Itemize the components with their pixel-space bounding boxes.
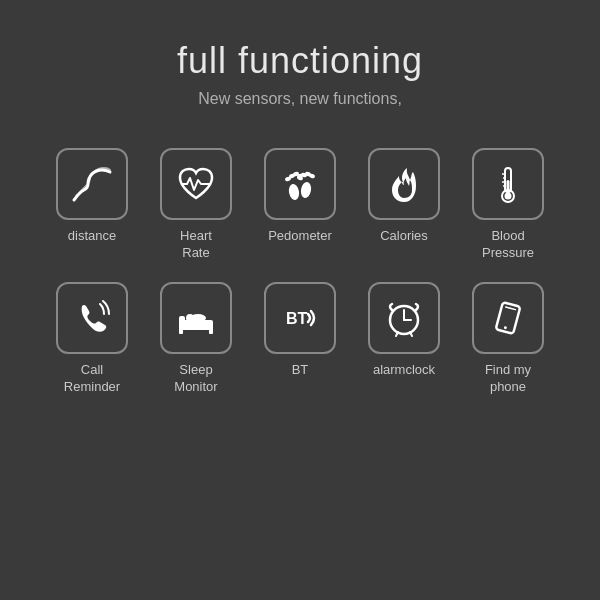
- find-my-phone-label: Find myphone: [485, 362, 531, 396]
- feature-distance: distance: [47, 148, 137, 245]
- features-row-2: CallReminder SleepMonitor: [40, 282, 560, 396]
- feature-blood-pressure: BloodPressure: [463, 148, 553, 262]
- distance-icon-box: [56, 148, 128, 220]
- blood-pressure-label: BloodPressure: [482, 228, 534, 262]
- blood-pressure-icon: [486, 162, 530, 206]
- distance-icon: [70, 162, 114, 206]
- pedometer-icon-box: [264, 148, 336, 220]
- blood-pressure-icon-box: [472, 148, 544, 220]
- svg-point-0: [288, 183, 301, 200]
- feature-sleep-monitor: SleepMonitor: [151, 282, 241, 396]
- svg-line-32: [506, 307, 516, 310]
- sleep-monitor-icon-box: [160, 282, 232, 354]
- calories-icon-box: [368, 148, 440, 220]
- alarmclock-label: alarmclock: [373, 362, 435, 379]
- feature-find-my-phone: Find myphone: [463, 282, 553, 396]
- svg-text:BT: BT: [286, 310, 308, 327]
- alarmclock-icon: [382, 296, 426, 340]
- feature-pedometer: Pedometer: [255, 148, 345, 245]
- svg-rect-12: [507, 180, 510, 194]
- heart-rate-icon: [174, 162, 218, 206]
- call-reminder-icon-box: [56, 282, 128, 354]
- find-my-phone-icon: [486, 296, 530, 340]
- bt-icon-box: BT: [264, 282, 336, 354]
- heart-rate-label: HeartRate: [180, 228, 212, 262]
- header: full functioning New sensors, new functi…: [177, 40, 423, 108]
- svg-rect-21: [179, 316, 185, 328]
- bt-icon: BT: [278, 296, 322, 340]
- svg-point-23: [186, 314, 194, 322]
- alarmclock-icon-box: [368, 282, 440, 354]
- feature-bt: BT BT: [255, 282, 345, 379]
- svg-point-13: [505, 193, 512, 200]
- main-title: full functioning: [177, 40, 423, 82]
- pedometer-label: Pedometer: [268, 228, 332, 245]
- features-grid: distance HeartRate: [40, 148, 560, 396]
- sleep-monitor-label: SleepMonitor: [174, 362, 217, 396]
- feature-alarmclock: alarmclock: [359, 282, 449, 379]
- feature-call-reminder: CallReminder: [47, 282, 137, 396]
- find-my-phone-icon-box: [472, 282, 544, 354]
- pedometer-icon: [278, 162, 322, 206]
- feature-heart-rate: HeartRate: [151, 148, 241, 262]
- call-reminder-label: CallReminder: [64, 362, 120, 396]
- svg-point-31: [504, 326, 508, 330]
- calories-icon: [382, 162, 426, 206]
- bt-label: BT: [292, 362, 309, 379]
- svg-rect-20: [209, 328, 213, 334]
- svg-rect-19: [179, 328, 183, 334]
- distance-label: distance: [68, 228, 116, 245]
- subtitle: New sensors, new functions,: [177, 90, 423, 108]
- svg-point-5: [300, 181, 313, 198]
- call-reminder-icon: [70, 296, 114, 340]
- feature-calories: Calories: [359, 148, 449, 245]
- calories-label: Calories: [380, 228, 428, 245]
- sleep-monitor-icon: [174, 296, 218, 340]
- features-row-1: distance HeartRate: [40, 148, 560, 262]
- heart-rate-icon-box: [160, 148, 232, 220]
